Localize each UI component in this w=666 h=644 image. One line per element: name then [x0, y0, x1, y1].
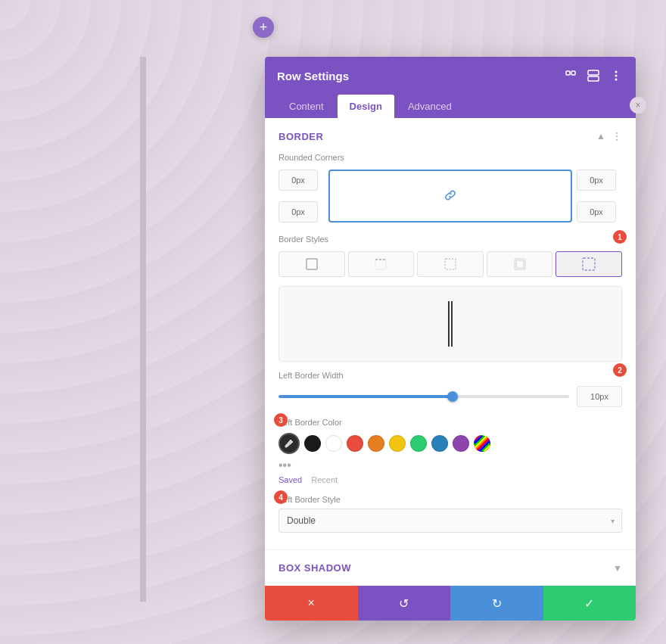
add-row-button[interactable]: +: [253, 17, 274, 38]
svg-point-5: [615, 75, 618, 77]
svg-rect-7: [307, 259, 317, 269]
border-style-solid-btn[interactable]: [279, 251, 345, 277]
tab-bar: Content Design Advanced: [265, 95, 636, 118]
svg-rect-2: [588, 70, 599, 75]
layout-icon[interactable]: [586, 68, 601, 83]
svg-rect-13: [583, 258, 595, 270]
corners-preview: [328, 170, 572, 222]
svg-rect-9: [375, 259, 386, 269]
rounded-corners-label: Rounded Corners: [279, 153, 622, 162]
border-style-dash-top-btn[interactable]: [348, 251, 415, 277]
corner-tl-input[interactable]: [279, 170, 318, 191]
corner-br-input[interactable]: [577, 201, 616, 222]
slider-row: 10px: [279, 386, 622, 407]
tab-content[interactable]: Content: [277, 95, 336, 118]
color-swatch-blue[interactable]: [431, 435, 448, 452]
link-icon[interactable]: [445, 190, 456, 203]
left-border-color-container: Left Border Color 3: [279, 418, 622, 484]
color-tab-row: Saved Recent: [279, 475, 622, 484]
section-header-actions: ▲ ⋮: [596, 130, 622, 142]
slider-value-display: 10px: [577, 386, 622, 407]
panel-body: Border ▲ ⋮ Rounded Corners: [265, 118, 636, 621]
color-swatch-red[interactable]: [347, 435, 363, 452]
close-x-icon: ×: [635, 100, 640, 110]
color-swatch-black[interactable]: [304, 435, 321, 452]
save-icon: ✓: [584, 596, 594, 611]
svg-rect-10: [445, 259, 456, 269]
panel-header: Row Settings: [265, 57, 636, 95]
color-swatch-gradient[interactable]: [474, 435, 490, 452]
badge-3: 3: [274, 413, 288, 427]
sidebar-strip: [140, 57, 146, 602]
reset-button[interactable]: ↺: [358, 586, 451, 621]
save-button[interactable]: ✓: [543, 586, 636, 621]
border-styles-container: Border Styles: [279, 235, 622, 277]
corner-bl-input[interactable]: [279, 201, 318, 222]
slider-track: [279, 395, 569, 398]
border-style-options: [279, 251, 622, 277]
svg-rect-3: [588, 76, 599, 81]
corner-tr-input[interactable]: [577, 170, 616, 191]
corner-tr-container: [577, 170, 622, 191]
svg-point-6: [615, 79, 618, 81]
corner-br-container: [577, 201, 622, 222]
left-border-width-container: Left Border Width 10px 2: [279, 371, 622, 407]
close-panel-button[interactable]: ×: [630, 97, 646, 114]
border-style-double-btn[interactable]: [487, 251, 553, 277]
slider-thumb[interactable]: [447, 391, 458, 402]
panel-footer: × ↺ ↻ ✓: [265, 586, 636, 621]
tab-advanced[interactable]: Advanced: [396, 95, 464, 118]
responsive-icon[interactable]: [563, 68, 578, 83]
row-settings-panel: Row Settings Content Design Advanced: [265, 57, 636, 621]
more-colors-icon[interactable]: •••: [279, 459, 622, 472]
left-border-color-label: Left Border Color: [279, 418, 622, 427]
plus-icon: +: [260, 20, 268, 36]
redo-button[interactable]: ↻: [450, 586, 543, 621]
border-section-header: Border ▲ ⋮: [279, 130, 622, 142]
svg-rect-0: [566, 71, 570, 75]
color-tab-saved[interactable]: Saved: [279, 475, 302, 484]
section-more-icon[interactable]: ⋮: [612, 130, 622, 142]
more-options-icon[interactable]: [608, 68, 624, 83]
badge-1: 1: [613, 230, 627, 244]
color-picker-button[interactable]: [279, 433, 300, 454]
border-style-custom-btn[interactable]: [556, 251, 622, 277]
color-swatch-white[interactable]: [325, 435, 342, 452]
cancel-icon: ×: [308, 596, 315, 610]
corner-tl-container: [279, 170, 324, 191]
border-section: Border ▲ ⋮ Rounded Corners: [265, 118, 636, 550]
left-border-style-dropdown[interactable]: Double: [279, 509, 622, 533]
rounded-corners-grid: [279, 170, 622, 222]
border-preview: [279, 286, 622, 362]
box-shadow-section[interactable]: Box Shadow ▼: [265, 550, 636, 586]
box-shadow-title: Box Shadow: [279, 562, 351, 574]
left-border-style-dropdown-wrapper: Double ▾: [279, 509, 622, 533]
color-swatch-green[interactable]: [410, 435, 427, 452]
svg-rect-12: [516, 260, 524, 268]
color-swatch-yellow[interactable]: [389, 435, 406, 452]
panel-title: Row Settings: [277, 70, 349, 82]
badge-4: 4: [274, 490, 288, 504]
svg-point-4: [615, 71, 618, 73]
border-style-dotted-btn[interactable]: [417, 251, 484, 277]
cancel-button[interactable]: ×: [265, 586, 358, 621]
badge-2: 2: [613, 363, 627, 377]
collapse-chevron-icon[interactable]: ▲: [596, 131, 605, 142]
color-swatch-purple[interactable]: [453, 435, 469, 452]
header-icon-group: [563, 68, 624, 83]
border-section-title: Border: [279, 131, 323, 142]
reset-icon: ↺: [399, 596, 409, 611]
corner-bl-container: [279, 201, 324, 222]
left-border-style-container: Left Border Style Double ▾ 4: [279, 495, 622, 533]
color-swatch-row: 3: [279, 433, 622, 454]
tab-design[interactable]: Design: [338, 95, 394, 118]
border-preview-double-line: [448, 301, 453, 347]
svg-rect-1: [571, 71, 575, 75]
border-styles-label: Border Styles: [279, 235, 622, 244]
color-tab-recent[interactable]: Recent: [311, 475, 338, 484]
box-shadow-chevron-icon[interactable]: ▼: [613, 563, 622, 574]
left-border-width-label: Left Border Width: [279, 371, 622, 380]
redo-icon: ↻: [492, 596, 502, 611]
left-border-style-label: Left Border Style: [279, 495, 622, 504]
color-swatch-orange[interactable]: [368, 435, 384, 452]
